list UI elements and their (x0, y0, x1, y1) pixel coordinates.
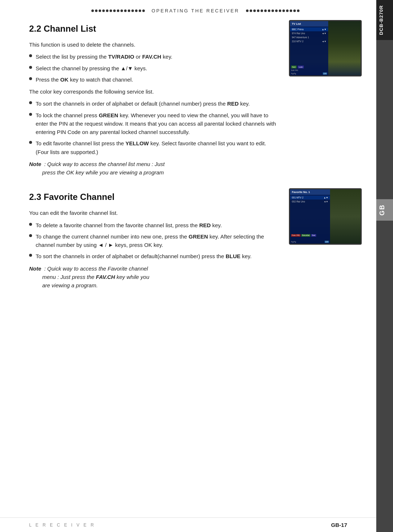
bullet-text: To delete a favorite channel from the fa… (36, 221, 222, 229)
dot (110, 9, 112, 12)
dot (268, 9, 270, 12)
note-text3: are viewing a program. (42, 282, 98, 288)
bullet-text: Press the OK key to watch that channel. (36, 75, 133, 84)
tv-list-title: TV List (290, 21, 328, 27)
list-item: To delete a favorite channel from the fa… (29, 221, 278, 229)
note-text2: press the OK key while you are viewing a… (42, 169, 164, 176)
bullet-text: Select the list by pressing the TV/RADIO… (36, 52, 172, 61)
dot (250, 9, 252, 12)
section-22-note: Note : Quick way to access the channel l… (29, 160, 278, 177)
note-label: Note (29, 265, 41, 272)
bullet-icon (29, 223, 32, 226)
tv-btn-renumber: Renumber (301, 234, 310, 237)
section-23-note: Note : Quick way to access the Favorite … (29, 264, 278, 290)
dot (275, 9, 278, 12)
dot (293, 9, 296, 12)
bullet-text: To change the current channel number int… (36, 232, 278, 249)
bullet-text: To lock the channel press GREEN key. Whe… (36, 111, 278, 137)
dot (113, 9, 116, 12)
section-23: 2.3 Favorite Channel You can edit the fa… (29, 188, 362, 294)
dot (282, 9, 285, 12)
section-23-row: 2.3 Favorite Channel You can edit the fa… (29, 188, 362, 294)
header: OPERATING THE RECEIVER (29, 0, 362, 20)
tv-screen-23: Favorite No. 1 001 MTV 2▲▼ 002 Rai Uno◄▼… (289, 188, 362, 245)
dot (120, 9, 123, 12)
dot (106, 9, 108, 12)
bullet-icon (29, 113, 32, 116)
dot (253, 9, 256, 12)
bullet-text: To sort the channels in order of alphabe… (36, 99, 250, 108)
tv-fav-ch-2: 002 Rai Uno◄▼ (290, 200, 330, 204)
header-dots-left (91, 9, 145, 12)
tv-pg-prev2: Pg/Pg (291, 241, 296, 243)
section-22-heading: 2.2 Channel List (29, 24, 278, 34)
section-23-intro: You can edit the favorite channel list. (29, 209, 278, 217)
dot (102, 9, 105, 12)
dot (279, 9, 281, 12)
tv-btn-from-fav: From. FAV. (291, 234, 301, 237)
list-item: Press the OK key to watch that channel. (29, 75, 278, 84)
tv-screen-inner: TV List BBC Prima▲▼ 974 Rai Uno◄▼ 947 Ad… (290, 21, 361, 75)
tv-pg-prev: Pg/Pg (291, 72, 296, 75)
header-title: OPERATING THE RECEIVER (151, 8, 239, 13)
section-23-heading: 2.3 Favorite Channel (29, 192, 278, 202)
list-item: Select the channel by pressing the ▲/▼ k… (29, 64, 278, 72)
dot (257, 9, 259, 12)
list-item: Select the list by pressing the TV/RADIO… (29, 52, 278, 61)
section-22: 2.2 Channel List This function is used t… (29, 20, 362, 181)
dot (142, 9, 145, 12)
dot (271, 9, 274, 12)
note-text2: menu : Just press the FAV.CH key while y… (42, 274, 149, 280)
dot (135, 9, 138, 12)
dot (297, 9, 299, 12)
tv-channel-4: 210 MTV 2◄▼ (290, 39, 328, 43)
section-22-image: TV List BBC Prima▲▼ 974 Rai Uno◄▼ 947 Ad… (289, 20, 362, 76)
tv-screen-22: TV List BBC Prima▲▼ 974 Rai Uno◄▼ 947 Ad… (289, 20, 362, 76)
section-23-bullets: To delete a favorite channel from the fa… (29, 221, 278, 261)
color-key-intro: The color key corresponds the following … (29, 87, 278, 96)
tv-fav-bottom-buttons: From. FAV. Renumber Start (290, 234, 330, 237)
bullet-text: To sort the channels in order of alphabe… (36, 252, 251, 260)
bullet-text: To edit favorite channel list press the … (36, 139, 278, 156)
tv-fav-ch-1: 001 MTV 2▲▼ (290, 196, 330, 200)
dot (99, 9, 101, 12)
tv-channel-1: BBC Prima▲▼ (290, 27, 328, 31)
section-23-text: 2.3 Favorite Channel You can edit the fa… (29, 188, 278, 294)
tv-pg-num: 220 (323, 72, 327, 75)
bullet-icon (29, 66, 32, 69)
dot (286, 9, 289, 12)
dot (117, 9, 119, 12)
section-22-bullets: Select the list by pressing the TV/RADIO… (29, 52, 278, 84)
bullet-icon (29, 54, 32, 57)
section-22-intro: This function is used to delete the chan… (29, 40, 278, 49)
right-tab: DCB-B270R GB (376, 0, 393, 532)
dot (290, 9, 292, 12)
dot (246, 9, 249, 12)
dot (95, 9, 98, 12)
main-content: OPERATING THE RECEIVER 2.2 Channel List … (0, 0, 376, 532)
list-item: To edit favorite channel list press the … (29, 139, 278, 156)
footer-left-text: L E R E C E I V E R (29, 523, 95, 528)
tv-channel-2: 974 Rai Uno◄▼ (290, 31, 328, 35)
dot (261, 9, 263, 12)
footer-page-number: GB-17 (331, 522, 347, 528)
dot (128, 9, 130, 12)
dot (131, 9, 134, 12)
tv-fav: Edit FAV. (290, 66, 328, 72)
tv-fav-title: Favorite No. 1 (290, 189, 330, 195)
list-item: To change the current channel number int… (29, 232, 278, 249)
header-dots-right (246, 9, 299, 12)
section-23-image: Favorite No. 1 001 MTV 2▲▼ 002 Rai Uno◄▼… (289, 188, 362, 245)
bullet-icon (29, 77, 32, 80)
section-22-row: 2.2 Channel List This function is used t… (29, 20, 362, 181)
note-colon: : Quick way to access the Favorite chann… (43, 265, 148, 272)
bullet-text: Select the channel by pressing the ▲/▼ k… (36, 64, 147, 72)
section-22-text: 2.2 Channel List This function is used t… (29, 20, 278, 181)
list-item: To lock the channel press GREEN key. Whe… (29, 111, 278, 137)
section-22-color-bullets: To sort the channels in order of alphabe… (29, 99, 278, 156)
tv-footer-row: Pg/Pg 220 (290, 72, 328, 75)
list-item: To sort the channels in order of alphabe… (29, 99, 278, 108)
language-label: GB (376, 199, 393, 221)
dot (91, 9, 94, 12)
list-item: To sort the channels in order of alphabe… (29, 252, 278, 260)
